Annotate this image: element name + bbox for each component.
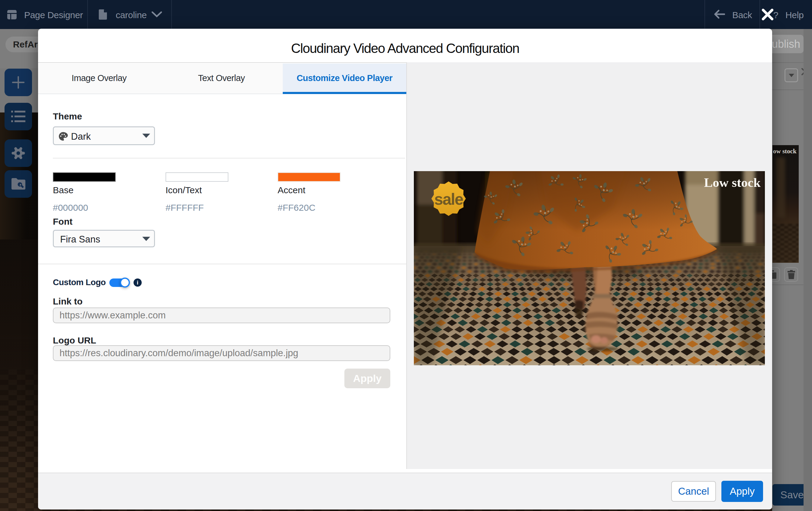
- svg-text:sale: sale: [434, 190, 463, 208]
- svg-text:Low stock: Low stock: [704, 176, 761, 190]
